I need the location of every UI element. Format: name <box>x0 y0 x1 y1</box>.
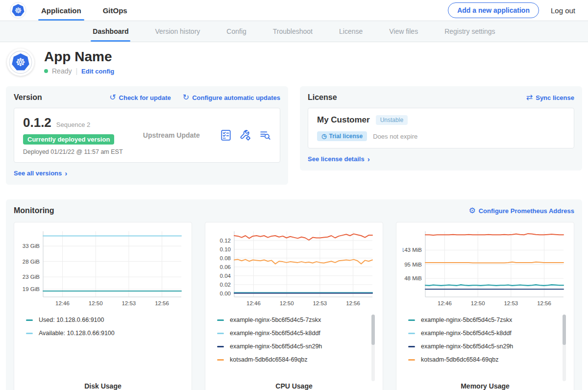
svg-text:12:53: 12:53 <box>313 300 327 306</box>
legend-swatch <box>408 346 415 347</box>
svg-text:28 GiB: 28 GiB <box>23 259 40 265</box>
app-status-text: Ready <box>52 67 72 75</box>
chart-title-disk-usage: Disk Usage <box>18 379 188 390</box>
svg-text:0.08: 0.08 <box>220 255 231 261</box>
legend-item: Used: 10.128.0.66:9100 <box>26 317 182 323</box>
svg-text:48 MiB: 48 MiB <box>404 275 422 281</box>
svg-text:0.06: 0.06 <box>220 264 231 270</box>
trial-license-badge: ◷ Trial license <box>317 131 367 141</box>
svg-text:0.02: 0.02 <box>220 282 231 288</box>
app-name-title: App Name <box>44 49 114 65</box>
subnav-tab-version-history[interactable]: Version history <box>155 21 200 42</box>
edit-config-link[interactable]: Edit config <box>81 68 114 75</box>
legend-item: example-nginx-5bc6f5d4c5-7zskx <box>408 317 564 323</box>
subnav-tab-dashboard[interactable]: Dashboard <box>93 21 128 42</box>
subnav-tab-view-files[interactable]: View files <box>389 21 418 42</box>
legend-swatch <box>217 319 224 321</box>
legend-label: Available: 10.128.0.66:9100 <box>39 330 115 337</box>
legend-scrollbar[interactable] <box>563 315 566 381</box>
refresh-icon: ↺ <box>109 94 116 101</box>
configure-prometheus-link[interactable]: ⚙ Configure Prometheus Address <box>468 207 574 215</box>
monitoring-title: Monitoring <box>14 206 54 215</box>
legend-swatch <box>26 319 33 321</box>
monitoring-section: Monitoring ⚙ Configure Prometheus Addres… <box>6 199 582 390</box>
svg-text:95 MiB: 95 MiB <box>404 262 422 268</box>
subnav-tab-troubleshoot[interactable]: Troubleshoot <box>273 21 313 42</box>
legend-label: example-nginx-5bc6f5d4c5-k8ddf <box>230 330 320 337</box>
ready-status-dot <box>44 69 48 73</box>
legend-scrollbar[interactable] <box>371 315 375 381</box>
topnav-tab-application[interactable]: Application <box>41 0 81 21</box>
legend-swatch <box>408 333 415 334</box>
gear-icon: ⚙ <box>468 207 475 215</box>
svg-text:33 GiB: 33 GiB <box>23 243 40 249</box>
svg-text:12:50: 12:50 <box>471 300 485 306</box>
kubernetes-logo-icon[interactable]: ☸ <box>10 2 26 19</box>
check-for-update-link[interactable]: ↺ Check for update <box>109 94 171 101</box>
svg-text:12:56: 12:56 <box>346 300 360 306</box>
legend-item: example-nginx-5bc6f5d4c5-sn29h <box>408 343 564 350</box>
legend-label: kotsadm-5db6dc6584-69qbz <box>230 356 307 363</box>
svg-text:12:46: 12:46 <box>246 300 261 306</box>
preflight-checks-icon[interactable] <box>220 129 232 141</box>
svg-text:0.00: 0.00 <box>220 291 231 296</box>
memory-usage-legend: example-nginx-5bc6f5d4c5-7zskxexample-ng… <box>408 317 564 379</box>
configure-automatic-updates-link[interactable]: ↻ Configure automatic updates <box>183 94 280 101</box>
logout-button[interactable]: Log out <box>551 6 575 15</box>
svg-text:12:50: 12:50 <box>280 300 294 306</box>
version-card-title: Version <box>14 93 42 102</box>
divider: | <box>75 67 77 75</box>
disk-usage-legend: Used: 10.128.0.66:9100Available: 10.128.… <box>26 317 182 379</box>
top-nav: ☸ ApplicationGitOps Add a new applicatio… <box>0 0 588 21</box>
chevron-right-icon: › <box>65 169 67 177</box>
subnav-tab-license[interactable]: License <box>339 21 363 42</box>
subnav-tab-config[interactable]: Config <box>226 21 246 42</box>
app-header: ☸ App Name Ready | Edit config <box>0 42 588 83</box>
customer-name: My Customer <box>317 115 370 125</box>
sync-license-link[interactable]: ⇄ Sync license <box>526 94 574 101</box>
svg-text:12:56: 12:56 <box>537 300 551 306</box>
cpu-usage-chart: 0.120.100.080.060.040.020.0012:4612:5012… <box>212 227 376 310</box>
svg-text:0.10: 0.10 <box>220 246 231 252</box>
legend-label: kotsadm-5db6dc6584-69qbz <box>421 356 498 363</box>
app-avatar-kubernetes-icon: ☸ <box>7 49 34 76</box>
see-license-details-link[interactable]: See license details › <box>308 155 370 163</box>
topnav-tab-gitops[interactable]: GitOps <box>103 0 127 21</box>
subnav-tab-registry-settings[interactable]: Registry settings <box>444 21 495 42</box>
legend-swatch <box>217 333 224 334</box>
legend-label: example-nginx-5bc6f5d4c5-7zskx <box>230 317 321 323</box>
svg-text:12:46: 12:46 <box>438 300 452 306</box>
legend-swatch <box>408 319 415 321</box>
add-new-application-button[interactable]: Add a new application <box>448 2 539 18</box>
svg-text:☸: ☸ <box>16 56 26 69</box>
svg-text:12:56: 12:56 <box>155 300 169 306</box>
deployed-timestamp: Deployed 01/21/22 @ 11:57 am EST <box>23 148 123 155</box>
legend-label: example-nginx-5bc6f5d4c5-k8ddf <box>421 330 512 337</box>
legend-item: example-nginx-5bc6f5d4c5-k8ddf <box>408 330 564 337</box>
svg-text:12:46: 12:46 <box>55 300 70 306</box>
legend-label: example-nginx-5bc6f5d4c5-sn29h <box>421 343 513 350</box>
view-diff-logs-icon[interactable] <box>259 129 271 141</box>
legend-label: example-nginx-5bc6f5d4c5-7zskx <box>421 317 512 323</box>
license-card-title: License <box>308 93 337 102</box>
config-wrench-icon[interactable] <box>240 129 251 141</box>
see-all-versions-link[interactable]: See all versions › <box>14 169 67 177</box>
license-card: License ⇄ Sync license My Customer Unsta… <box>300 86 582 171</box>
svg-text:12:53: 12:53 <box>504 300 518 306</box>
scrollbar-thumb[interactable] <box>371 315 375 345</box>
legend-label: example-nginx-5bc6f5d4c5-sn29h <box>230 343 322 350</box>
legend-swatch <box>408 359 415 361</box>
legend-item: Available: 10.128.0.66:9100 <box>26 330 182 337</box>
svg-text:12:50: 12:50 <box>89 300 103 306</box>
scrollbar-thumb[interactable] <box>563 315 566 345</box>
version-card: Version ↺ Check for update ↻ Configure a… <box>6 86 288 185</box>
sync-arrows-icon: ⇄ <box>526 94 533 101</box>
svg-text:19 GiB: 19 GiB <box>23 286 40 292</box>
license-expiry-text: Does not expire <box>373 133 417 140</box>
chart-card-disk-usage: 33 GiB28 GiB23 GiB19 GiB12:4612:5012:531… <box>14 222 192 390</box>
chart-card-memory-usage: 143 MiB95 MiB48 MiB12:4612:5012:5312:56e… <box>396 222 574 390</box>
legend-item: kotsadm-5db6dc6584-69qbz <box>408 356 564 363</box>
legend-swatch <box>217 359 224 361</box>
chart-card-cpu-usage: 0.120.100.080.060.040.020.0012:4612:5012… <box>205 222 383 390</box>
svg-text:0.04: 0.04 <box>220 273 231 279</box>
